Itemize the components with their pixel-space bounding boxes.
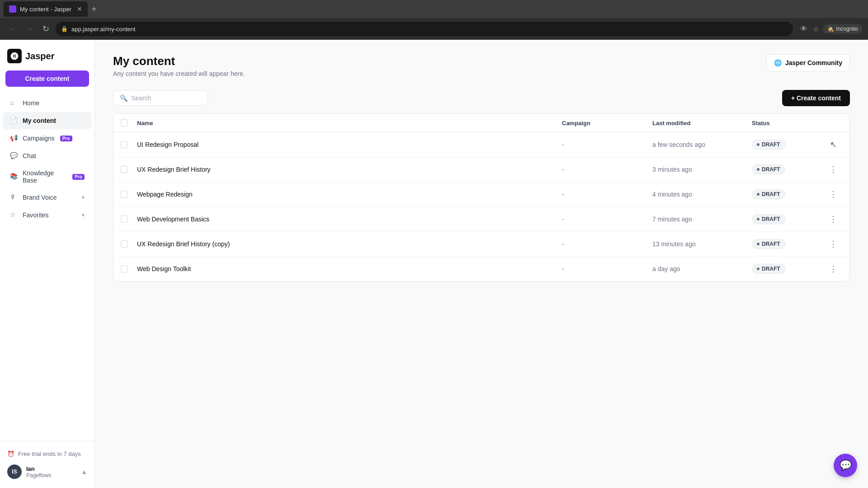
- row-status: DRAFT: [752, 264, 824, 274]
- column-campaign: Campaign: [562, 120, 652, 127]
- draft-dot: [757, 243, 760, 245]
- more-options-button[interactable]: ⋮: [826, 164, 840, 175]
- user-org: Pageflows: [26, 472, 76, 479]
- new-tab-button[interactable]: +: [91, 4, 97, 14]
- more-options-button[interactable]: ⋮: [826, 238, 840, 250]
- reload-button[interactable]: ↻: [40, 22, 52, 36]
- row-modified: a few seconds ago: [652, 141, 752, 148]
- eye-icon[interactable]: 👁: [800, 25, 807, 33]
- create-content-button[interactable]: + Create content: [782, 90, 850, 106]
- row-actions: ⋮: [824, 213, 842, 225]
- campaigns-pro-badge: Pro: [60, 136, 72, 141]
- row-modified: 4 minutes ago: [652, 191, 752, 198]
- sidebar-item-brand-voice[interactable]: 🎙 Brand Voice ▾: [3, 189, 92, 206]
- browser-nav-icons: 👁 ☆: [800, 25, 819, 33]
- bookmark-icon[interactable]: ☆: [813, 25, 819, 33]
- free-trial-notice: ⏰ Free trial ends in 7 days: [7, 447, 87, 461]
- row-checkbox[interactable]: [121, 265, 128, 272]
- row-checkbox[interactable]: [121, 216, 128, 223]
- create-content-sidebar-button[interactable]: Create content: [5, 70, 89, 87]
- community-button[interactable]: 🌐 Jasper Community: [766, 54, 850, 71]
- header-checkbox-cell: [121, 119, 137, 127]
- row-name[interactable]: UX Redesign Brief History: [137, 166, 562, 173]
- row-name[interactable]: Web Design Toolkit: [137, 265, 562, 272]
- search-box[interactable]: 🔍: [113, 90, 208, 106]
- more-options-button[interactable]: ⋮: [826, 213, 840, 225]
- clock-icon: ⏰: [7, 450, 14, 457]
- row-checkbox[interactable]: [121, 166, 128, 173]
- user-chevron-icon: ▲: [81, 468, 87, 475]
- sidebar-item-knowledge-base[interactable]: 📚 Knowledge Base Pro: [3, 165, 92, 188]
- sidebar-item-brand-voice-label: Brand Voice: [23, 194, 57, 201]
- row-actions: ⋮: [824, 238, 842, 250]
- draft-dot: [757, 193, 760, 196]
- incognito-button[interactable]: 🕵 Incognito: [823, 24, 863, 34]
- content-table: Name Campaign Last modified Status UI Re…: [113, 113, 850, 282]
- sidebar-item-campaigns-label: Campaigns: [23, 135, 55, 142]
- draft-dot: [757, 168, 760, 171]
- chat-bubble-icon: 💬: [840, 460, 852, 471]
- tab-favicon: [9, 5, 16, 13]
- table-row: UX Redesign Brief History - 3 minutes ag…: [113, 157, 849, 182]
- back-button[interactable]: ←: [5, 23, 19, 36]
- sidebar-item-my-content[interactable]: 📄 My content: [3, 112, 92, 129]
- table-row: Webpage Redesign - 4 minutes ago DRAFT ⋮: [113, 182, 849, 207]
- row-modified: 13 minutes ago: [652, 240, 752, 248]
- user-info: Ian Pageflows: [26, 465, 76, 479]
- table-row: UX Redesign Brief History (copy) - 13 mi…: [113, 232, 849, 257]
- address-bar[interactable]: 🔒 app.jasper.ai/my-content: [56, 22, 793, 36]
- page-title: My content: [113, 54, 245, 68]
- row-campaign: -: [562, 191, 652, 198]
- sidebar-bottom: ⏰ Free trial ends in 7 days IS Ian Pagef…: [0, 441, 94, 488]
- avatar: IS: [7, 465, 22, 479]
- chat-icon: 💬: [10, 152, 18, 160]
- search-input[interactable]: [131, 94, 201, 102]
- nav-bar: ← → ↻ 🔒 app.jasper.ai/my-content 👁 ☆ 🕵 I…: [0, 18, 868, 40]
- draft-dot: [757, 218, 760, 221]
- row-status: DRAFT: [752, 239, 824, 249]
- sidebar-item-home[interactable]: ⌂ Home: [3, 94, 92, 112]
- sidebar-nav: ⌂ Home 📄 My content 📢 Campaigns Pro 💬 Ch…: [0, 94, 94, 224]
- active-tab[interactable]: My content - Jasper ✕: [4, 1, 88, 17]
- draft-dot: [757, 143, 760, 146]
- more-options-button[interactable]: ↖: [827, 139, 840, 150]
- sidebar-item-campaigns[interactable]: 📢 Campaigns Pro: [3, 130, 92, 147]
- table-row: Web Design Toolkit - a day ago DRAFT ⋮: [113, 257, 849, 281]
- chat-bubble-button[interactable]: 💬: [834, 454, 857, 477]
- user-area[interactable]: IS Ian Pageflows ▲: [7, 461, 87, 483]
- row-name[interactable]: Web Development Basics: [137, 216, 562, 223]
- search-icon: 🔍: [120, 94, 127, 102]
- row-checkbox[interactable]: [121, 191, 128, 198]
- page-header: My content Any content you have created …: [113, 54, 850, 77]
- select-all-checkbox[interactable]: [121, 119, 128, 127]
- content-toolbar: 🔍 + Create content: [113, 90, 850, 106]
- incognito-icon: 🕵: [827, 26, 834, 32]
- forward-button[interactable]: →: [23, 23, 36, 36]
- row-checkbox[interactable]: [121, 240, 128, 248]
- more-options-button[interactable]: ⋮: [826, 188, 840, 200]
- tab-title: My content - Jasper: [20, 6, 71, 13]
- brand-voice-chevron-icon: ▾: [82, 194, 85, 201]
- draft-dot: [757, 267, 760, 270]
- row-name[interactable]: UI Redesign Proposal: [137, 141, 562, 148]
- row-campaign: -: [562, 166, 652, 173]
- sidebar-item-favorites[interactable]: ☆ Favorites ▾: [3, 206, 92, 224]
- mic-icon: 🎙: [10, 193, 18, 202]
- megaphone-icon: 📢: [10, 134, 18, 142]
- row-campaign: -: [562, 216, 652, 223]
- row-checkbox[interactable]: [121, 141, 128, 148]
- more-options-button[interactable]: ⋮: [826, 263, 840, 275]
- knowledge-base-pro-badge: Pro: [72, 174, 85, 180]
- sidebar-item-chat[interactable]: 💬 Chat: [3, 147, 92, 164]
- row-actions: ⋮: [824, 188, 842, 200]
- favorites-chevron-icon: ▾: [82, 212, 85, 218]
- status-badge: DRAFT: [752, 164, 785, 174]
- tab-close-button[interactable]: ✕: [77, 5, 82, 13]
- row-name[interactable]: Webpage Redesign: [137, 191, 562, 198]
- address-text: app.jasper.ai/my-content: [71, 26, 136, 33]
- row-modified: 3 minutes ago: [652, 166, 752, 173]
- row-campaign: -: [562, 265, 652, 272]
- status-badge: DRAFT: [752, 239, 785, 249]
- status-badge: DRAFT: [752, 214, 785, 224]
- row-name[interactable]: UX Redesign Brief History (copy): [137, 240, 562, 248]
